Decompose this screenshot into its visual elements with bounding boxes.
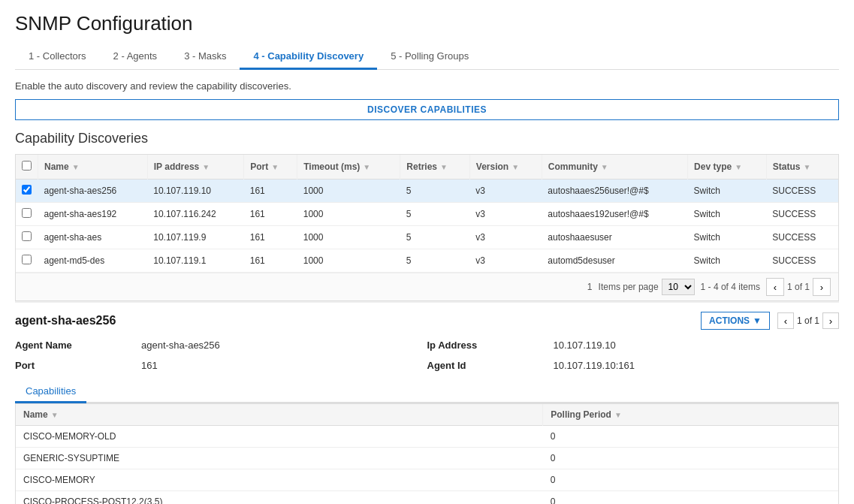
table-row[interactable]: agent-sha-aes256 10.107.119.10 161 1000 … [16, 180, 838, 203]
row-checkbox[interactable] [22, 185, 32, 195]
status-filter-icon[interactable]: ▼ [803, 163, 810, 171]
row-checkbox[interactable] [22, 208, 32, 218]
agent-id-label: Agent Id [427, 358, 548, 373]
port-filter-icon[interactable]: ▼ [271, 163, 279, 171]
row-timeout: 1000 [297, 226, 400, 249]
cap-table-row[interactable]: CISCO-PROCESS-POST12.2(3.5) 0 [16, 491, 838, 505]
cap-row-name: GENERIC-SYSUPTIME [16, 448, 543, 469]
name-filter-icon[interactable]: ▼ [72, 163, 80, 171]
capabilities-tab[interactable]: Capabilities [15, 381, 86, 403]
pagination-info: 1 - 4 of 4 items [701, 282, 760, 292]
cap-row-name: CISCO-MEMORY-OLD [16, 426, 543, 448]
timeout-filter-icon[interactable]: ▼ [363, 163, 370, 171]
table-row[interactable]: agent-md5-des 10.107.119.1 161 1000 5 v3… [16, 249, 838, 273]
tab-collectors[interactable]: 1 - Collectors [15, 44, 100, 70]
cap-row-polling: 0 [543, 426, 838, 448]
detail-prev-button[interactable]: ‹ [777, 312, 794, 329]
tab-agents[interactable]: 2 - Agents [100, 44, 171, 70]
detail-fields: Agent Name agent-sha-aes256 Ip Address 1… [15, 337, 839, 373]
page-info: 1 of 1 [787, 282, 810, 292]
capabilities-table-wrapper: Name▼ Polling Period▼ CISCO-MEMORY-OLD 0… [15, 403, 839, 504]
row-devtype: Switch [688, 249, 767, 273]
cap-table-row[interactable]: GENERIC-SYSUPTIME 0 [16, 448, 838, 469]
row-status: SUCCESS [766, 249, 838, 273]
tab-capability-discovery[interactable]: 4 - Capability Discovery [240, 44, 377, 70]
devtype-filter-icon[interactable]: ▼ [735, 163, 742, 171]
cap-name-filter-icon[interactable]: ▼ [51, 411, 59, 419]
cap-table-row[interactable]: CISCO-MEMORY 0 [16, 469, 838, 491]
capabilities-tabs: Capabilities [15, 381, 839, 403]
capability-table-wrapper: Name▼ IP address▼ Port▼ Timeout (ms)▼ Re… [15, 154, 839, 301]
row-community: autoshaaesuser [542, 226, 687, 249]
row-status: SUCCESS [766, 226, 838, 249]
row-name: agent-md5-des [38, 249, 148, 273]
ip-address-value: 10.107.119.10 [548, 337, 840, 353]
discover-capabilities-button[interactable]: DISCOVER CAPABILITIES [15, 99, 839, 120]
col-port: Port [250, 161, 268, 172]
row-timeout: 1000 [297, 180, 400, 203]
row-version: v3 [469, 249, 542, 273]
table-row[interactable]: agent-sha-aes192 10.107.116.242 161 1000… [16, 203, 838, 226]
description-text: Enable the auto discovery and review the… [15, 80, 839, 92]
row-community: autoshaaes192user!@#$ [542, 203, 687, 226]
table-row[interactable]: agent-sha-aes 10.107.119.9 161 1000 5 v3… [16, 226, 838, 249]
col-version: Version [476, 161, 508, 172]
tab-polling-groups[interactable]: 5 - Polling Groups [377, 44, 482, 70]
page-nav: ‹ 1 of 1 › [766, 278, 831, 296]
tab-masks[interactable]: 3 - Masks [170, 44, 240, 70]
row-port: 161 [244, 180, 297, 203]
actions-button[interactable]: ACTIONS ▼ [701, 312, 770, 330]
cap-row-polling: 0 [543, 491, 838, 505]
agent-name-value: agent-sha-aes256 [135, 337, 427, 353]
row-ip: 10.107.116.242 [147, 203, 244, 226]
row-port: 161 [244, 203, 297, 226]
cap-row-polling: 0 [543, 469, 838, 491]
detail-page-info: 1 of 1 [797, 315, 819, 326]
cap-polling-filter-icon[interactable]: ▼ [614, 411, 622, 419]
row-retries: 5 [400, 249, 470, 273]
row-retries: 5 [400, 226, 470, 249]
prev-page-button[interactable]: ‹ [766, 278, 784, 296]
retries-filter-icon[interactable]: ▼ [440, 163, 448, 171]
row-devtype: Switch [688, 203, 767, 226]
version-filter-icon[interactable]: ▼ [511, 163, 519, 171]
tab-nav: 1 - Collectors 2 - Agents 3 - Masks 4 - … [15, 44, 839, 70]
row-name: agent-sha-aes [38, 226, 148, 249]
select-all-checkbox[interactable] [22, 161, 32, 171]
capability-table: Name▼ IP address▼ Port▼ Timeout (ms)▼ Re… [16, 155, 838, 273]
col-retries: Retries [406, 161, 437, 172]
row-checkbox[interactable] [22, 231, 32, 241]
row-status: SUCCESS [766, 203, 838, 226]
capabilities-table: Name▼ Polling Period▼ CISCO-MEMORY-OLD 0… [16, 404, 838, 504]
row-version: v3 [469, 180, 542, 203]
row-checkbox[interactable] [22, 255, 32, 264]
row-community: automd5desuser [542, 249, 687, 273]
col-timeout: Timeout (ms) [303, 161, 360, 172]
port-label: Port [15, 358, 135, 373]
col-devtype: Dev type [694, 161, 732, 172]
cap-col-name: Name [23, 409, 48, 420]
row-retries: 5 [400, 180, 470, 203]
col-community: Community [548, 161, 598, 172]
items-per-page-control: Items per page 10 25 50 [599, 279, 695, 295]
row-retries: 5 [400, 203, 470, 226]
row-timeout: 1000 [297, 249, 400, 273]
items-per-page-label: Items per page [599, 282, 659, 292]
ip-filter-icon[interactable]: ▼ [202, 163, 210, 171]
col-ip: IP address [154, 161, 199, 172]
community-filter-icon[interactable]: ▼ [601, 163, 608, 171]
detail-next-button[interactable]: › [822, 312, 839, 329]
row-name: agent-sha-aes192 [38, 203, 148, 226]
items-per-page-select[interactable]: 10 25 50 [662, 279, 695, 295]
port-value: 161 [135, 358, 427, 373]
row-port: 161 [244, 226, 297, 249]
row-ip: 10.107.119.1 [147, 249, 244, 273]
row-version: v3 [469, 226, 542, 249]
page-title: SNMP Configuration [15, 12, 839, 35]
cap-table-row[interactable]: CISCO-MEMORY-OLD 0 [16, 426, 838, 448]
agent-id-value: 10.107.119.10:161 [548, 358, 840, 373]
next-page-button[interactable]: › [813, 278, 831, 296]
detail-page-nav: ‹ 1 of 1 › [777, 312, 839, 329]
row-devtype: Switch [688, 226, 767, 249]
row-timeout: 1000 [297, 203, 400, 226]
